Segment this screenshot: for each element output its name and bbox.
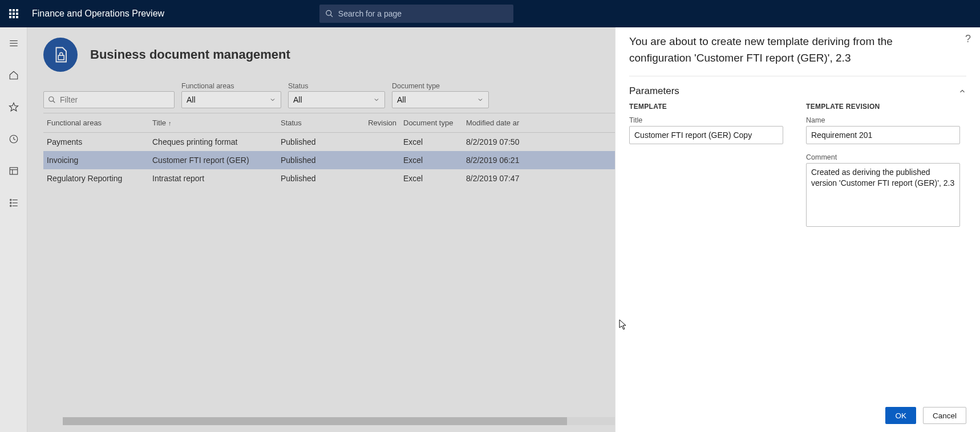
cell-modified: 8/2/2019 07:47 — [463, 174, 531, 183]
filter-label-document-type: Document type — [392, 82, 489, 90]
template-heading: TEMPLATE — [629, 103, 783, 111]
waffle-icon[interactable] — [0, 0, 27, 27]
svg-rect-2 — [16, 9, 18, 11]
parameters-section-header[interactable]: Parameters — [629, 76, 966, 103]
select-status-value: All — [293, 95, 302, 104]
select-functional-areas[interactable]: All — [181, 91, 281, 108]
svg-rect-16 — [10, 168, 18, 174]
svg-line-10 — [330, 15, 333, 17]
top-nav: Finance and Operations Preview — [0, 0, 980, 27]
scrollbar-thumb[interactable] — [63, 417, 567, 425]
col-document-type[interactable]: Document type — [400, 119, 463, 127]
cell-title: Cheques printing format — [149, 137, 277, 146]
svg-point-9 — [326, 10, 331, 15]
cell-document-type: Excel — [400, 137, 463, 146]
svg-point-23 — [10, 205, 11, 206]
side-panel: ? You are about to create new template d… — [615, 27, 980, 432]
search-box[interactable] — [319, 5, 513, 23]
parameters-section-title: Parameters — [629, 85, 679, 97]
workspace-icon[interactable] — [3, 162, 24, 180]
search-icon — [325, 9, 334, 18]
help-icon[interactable]: ? — [965, 33, 971, 45]
cell-functional-areas: Payments — [43, 137, 149, 146]
cell-status: Published — [277, 156, 366, 165]
svg-point-26 — [49, 97, 54, 101]
app-title: Finance and Operations Preview — [27, 9, 164, 19]
cell-modified: 8/2/2019 07:50 — [463, 137, 531, 146]
cell-title: Intrastat report — [149, 174, 277, 183]
svg-rect-3 — [9, 13, 11, 15]
col-modified[interactable]: Modified date ar — [463, 119, 531, 127]
hamburger-icon[interactable] — [3, 34, 24, 52]
filter-search-icon — [48, 96, 56, 104]
cell-functional-areas: Regulatory Reporting — [43, 174, 149, 183]
ok-button[interactable]: OK — [885, 407, 916, 424]
svg-rect-25 — [58, 55, 64, 60]
name-input[interactable] — [806, 126, 960, 144]
page-title: Business document management — [90, 47, 290, 62]
filter-label-functional-areas: Functional areas — [181, 82, 281, 90]
sort-asc-icon: ↑ — [168, 120, 172, 127]
chevron-down-icon — [269, 96, 276, 103]
modules-icon[interactable] — [3, 194, 24, 212]
svg-rect-8 — [16, 16, 18, 18]
cell-functional-areas: Invoicing — [43, 156, 149, 165]
search-input[interactable] — [338, 9, 508, 18]
chevron-down-icon — [477, 96, 484, 103]
svg-rect-4 — [13, 13, 15, 15]
svg-point-19 — [10, 199, 11, 201]
cell-status: Published — [277, 137, 366, 146]
nav-rail — [0, 27, 27, 432]
name-label: Name — [806, 116, 960, 124]
select-document-type-value: All — [397, 95, 406, 104]
cell-title: Customer FTI report (GER) — [149, 156, 277, 165]
comment-label: Comment — [806, 153, 960, 161]
page-icon — [43, 38, 78, 72]
svg-rect-6 — [9, 16, 11, 18]
cancel-button[interactable]: Cancel — [923, 407, 966, 424]
svg-point-21 — [10, 202, 11, 203]
svg-rect-7 — [13, 16, 15, 18]
select-status[interactable]: All — [288, 91, 385, 108]
cell-document-type: Excel — [400, 156, 463, 165]
title-label: Title — [629, 116, 783, 124]
svg-rect-5 — [16, 13, 18, 15]
title-input[interactable] — [629, 126, 783, 144]
svg-rect-1 — [13, 9, 15, 11]
star-icon[interactable] — [3, 98, 24, 116]
revision-heading: TEMPLATE REVISION — [806, 103, 960, 111]
svg-rect-0 — [9, 9, 11, 11]
col-status[interactable]: Status — [277, 119, 366, 127]
select-document-type[interactable]: All — [392, 91, 489, 108]
comment-textarea[interactable] — [806, 163, 960, 227]
svg-line-27 — [53, 101, 55, 103]
filter-label-status: Status — [288, 82, 385, 90]
panel-title: You are about to create new template der… — [629, 31, 966, 67]
col-functional-areas[interactable]: Functional areas — [43, 119, 149, 127]
recent-icon[interactable] — [3, 130, 24, 148]
home-icon[interactable] — [3, 66, 24, 84]
col-revision[interactable]: Revision — [366, 119, 400, 127]
cell-modified: 8/2/2019 06:21 — [463, 156, 531, 165]
chevron-up-icon — [958, 87, 966, 95]
chevron-down-icon — [373, 96, 380, 103]
cell-status: Published — [277, 174, 366, 183]
filter-input[interactable] — [43, 91, 175, 108]
svg-marker-14 — [9, 103, 18, 111]
col-title[interactable]: Title↑ — [149, 119, 277, 127]
select-functional-areas-value: All — [187, 95, 196, 104]
cell-document-type: Excel — [400, 174, 463, 183]
